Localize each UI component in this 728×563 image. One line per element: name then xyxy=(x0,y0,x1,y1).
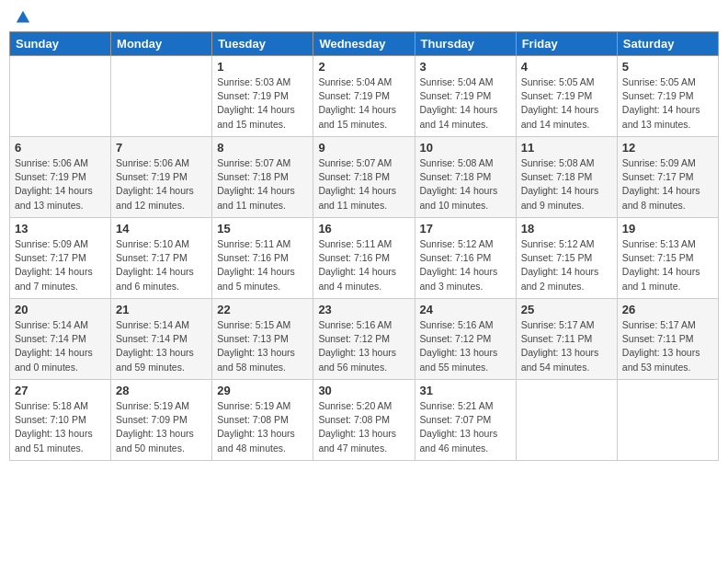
day-number: 19 xyxy=(622,222,713,236)
day-number: 29 xyxy=(217,384,308,397)
calendar-cell: 19Sunrise: 5:13 AM Sunset: 7:15 PM Dayli… xyxy=(617,218,718,299)
day-number: 18 xyxy=(521,222,612,236)
calendar-week-1: 1Sunrise: 5:03 AM Sunset: 7:19 PM Daylig… xyxy=(10,56,719,137)
day-info: Sunrise: 5:17 AM Sunset: 7:11 PM Dayligh… xyxy=(622,318,713,374)
calendar-week-5: 27Sunrise: 5:18 AM Sunset: 7:10 PM Dayli… xyxy=(10,380,719,461)
day-number: 30 xyxy=(318,384,409,397)
calendar-cell: 5Sunrise: 5:05 AM Sunset: 7:19 PM Daylig… xyxy=(617,56,718,137)
day-info: Sunrise: 5:15 AM Sunset: 7:13 PM Dayligh… xyxy=(217,318,308,374)
day-number: 17 xyxy=(420,222,511,236)
calendar-cell: 8Sunrise: 5:07 AM Sunset: 7:18 PM Daylig… xyxy=(212,137,313,218)
day-number: 16 xyxy=(318,222,409,236)
calendar-cell: 2Sunrise: 5:04 AM Sunset: 7:19 PM Daylig… xyxy=(313,56,415,137)
calendar-week-4: 20Sunrise: 5:14 AM Sunset: 7:14 PM Dayli… xyxy=(10,299,719,380)
calendar-cell: 3Sunrise: 5:04 AM Sunset: 7:19 PM Daylig… xyxy=(415,56,516,137)
day-info: Sunrise: 5:17 AM Sunset: 7:11 PM Dayligh… xyxy=(521,318,612,374)
calendar-cell xyxy=(111,56,212,137)
calendar-cell: 21Sunrise: 5:14 AM Sunset: 7:14 PM Dayli… xyxy=(111,299,212,380)
day-info: Sunrise: 5:14 AM Sunset: 7:14 PM Dayligh… xyxy=(116,318,207,374)
logo xyxy=(13,9,31,24)
day-info: Sunrise: 5:13 AM Sunset: 7:15 PM Dayligh… xyxy=(622,237,713,293)
calendar-cell: 31Sunrise: 5:21 AM Sunset: 7:07 PM Dayli… xyxy=(415,380,516,461)
day-number: 3 xyxy=(420,60,511,74)
col-header-tuesday: Tuesday xyxy=(212,32,313,56)
calendar-cell: 22Sunrise: 5:15 AM Sunset: 7:13 PM Dayli… xyxy=(212,299,313,380)
calendar-cell: 15Sunrise: 5:11 AM Sunset: 7:16 PM Dayli… xyxy=(212,218,313,299)
calendar-cell: 11Sunrise: 5:08 AM Sunset: 7:18 PM Dayli… xyxy=(516,137,617,218)
day-number: 14 xyxy=(116,222,207,236)
calendar-cell: 14Sunrise: 5:10 AM Sunset: 7:17 PM Dayli… xyxy=(111,218,212,299)
day-info: Sunrise: 5:05 AM Sunset: 7:19 PM Dayligh… xyxy=(622,75,713,132)
day-number: 5 xyxy=(622,60,713,74)
day-number: 15 xyxy=(217,222,308,236)
calendar-cell: 28Sunrise: 5:19 AM Sunset: 7:09 PM Dayli… xyxy=(111,380,212,461)
calendar-cell: 13Sunrise: 5:09 AM Sunset: 7:17 PM Dayli… xyxy=(10,218,111,299)
day-number: 21 xyxy=(116,303,207,316)
day-number: 10 xyxy=(420,141,511,155)
col-header-thursday: Thursday xyxy=(415,32,516,56)
calendar-cell: 18Sunrise: 5:12 AM Sunset: 7:15 PM Dayli… xyxy=(516,218,617,299)
day-number: 4 xyxy=(521,60,612,74)
calendar-cell: 24Sunrise: 5:16 AM Sunset: 7:12 PM Dayli… xyxy=(415,299,516,380)
day-info: Sunrise: 5:07 AM Sunset: 7:18 PM Dayligh… xyxy=(217,156,308,213)
calendar-cell: 1Sunrise: 5:03 AM Sunset: 7:19 PM Daylig… xyxy=(212,56,313,137)
day-info: Sunrise: 5:11 AM Sunset: 7:16 PM Dayligh… xyxy=(217,237,308,293)
calendar-cell: 20Sunrise: 5:14 AM Sunset: 7:14 PM Dayli… xyxy=(10,299,111,380)
day-info: Sunrise: 5:06 AM Sunset: 7:19 PM Dayligh… xyxy=(116,156,207,213)
day-number: 1 xyxy=(217,60,308,74)
col-header-monday: Monday xyxy=(111,32,212,56)
day-info: Sunrise: 5:19 AM Sunset: 7:09 PM Dayligh… xyxy=(116,399,207,455)
calendar-cell: 4Sunrise: 5:05 AM Sunset: 7:19 PM Daylig… xyxy=(516,56,617,137)
day-info: Sunrise: 5:06 AM Sunset: 7:19 PM Dayligh… xyxy=(15,156,106,213)
day-number: 8 xyxy=(217,141,308,155)
col-header-wednesday: Wednesday xyxy=(313,32,415,56)
day-number: 24 xyxy=(420,303,511,316)
day-number: 7 xyxy=(116,141,207,155)
day-info: Sunrise: 5:10 AM Sunset: 7:17 PM Dayligh… xyxy=(116,237,207,293)
day-info: Sunrise: 5:03 AM Sunset: 7:19 PM Dayligh… xyxy=(217,75,308,132)
day-info: Sunrise: 5:07 AM Sunset: 7:18 PM Dayligh… xyxy=(318,156,409,213)
calendar-cell: 12Sunrise: 5:09 AM Sunset: 7:17 PM Dayli… xyxy=(617,137,718,218)
day-info: Sunrise: 5:12 AM Sunset: 7:16 PM Dayligh… xyxy=(420,237,511,293)
page-header xyxy=(9,9,719,24)
day-number: 28 xyxy=(116,384,207,397)
calendar-cell: 25Sunrise: 5:17 AM Sunset: 7:11 PM Dayli… xyxy=(516,299,617,380)
day-info: Sunrise: 5:14 AM Sunset: 7:14 PM Dayligh… xyxy=(15,318,106,374)
day-info: Sunrise: 5:16 AM Sunset: 7:12 PM Dayligh… xyxy=(420,318,511,374)
logo-icon xyxy=(15,9,31,26)
calendar-week-3: 13Sunrise: 5:09 AM Sunset: 7:17 PM Dayli… xyxy=(10,218,719,299)
day-number: 12 xyxy=(622,141,713,155)
col-header-friday: Friday xyxy=(516,32,617,56)
day-info: Sunrise: 5:18 AM Sunset: 7:10 PM Dayligh… xyxy=(15,399,106,455)
calendar-cell: 16Sunrise: 5:11 AM Sunset: 7:16 PM Dayli… xyxy=(313,218,415,299)
day-number: 31 xyxy=(420,384,511,397)
calendar-week-2: 6Sunrise: 5:06 AM Sunset: 7:19 PM Daylig… xyxy=(10,137,719,218)
day-info: Sunrise: 5:05 AM Sunset: 7:19 PM Dayligh… xyxy=(521,75,612,132)
day-info: Sunrise: 5:19 AM Sunset: 7:08 PM Dayligh… xyxy=(217,399,308,455)
day-number: 9 xyxy=(318,141,409,155)
day-number: 6 xyxy=(15,141,106,155)
svg-marker-0 xyxy=(17,11,29,23)
calendar-cell: 29Sunrise: 5:19 AM Sunset: 7:08 PM Dayli… xyxy=(212,380,313,461)
day-info: Sunrise: 5:21 AM Sunset: 7:07 PM Dayligh… xyxy=(420,399,511,455)
day-number: 25 xyxy=(521,303,612,316)
calendar-cell: 10Sunrise: 5:08 AM Sunset: 7:18 PM Dayli… xyxy=(415,137,516,218)
calendar-cell: 23Sunrise: 5:16 AM Sunset: 7:12 PM Dayli… xyxy=(313,299,415,380)
calendar-cell: 7Sunrise: 5:06 AM Sunset: 7:19 PM Daylig… xyxy=(111,137,212,218)
day-info: Sunrise: 5:16 AM Sunset: 7:12 PM Dayligh… xyxy=(318,318,409,374)
day-info: Sunrise: 5:08 AM Sunset: 7:18 PM Dayligh… xyxy=(420,156,511,213)
day-info: Sunrise: 5:20 AM Sunset: 7:08 PM Dayligh… xyxy=(318,399,409,455)
col-header-sunday: Sunday xyxy=(10,32,111,56)
day-number: 22 xyxy=(217,303,308,316)
day-number: 11 xyxy=(521,141,612,155)
day-info: Sunrise: 5:09 AM Sunset: 7:17 PM Dayligh… xyxy=(622,156,713,213)
day-info: Sunrise: 5:04 AM Sunset: 7:19 PM Dayligh… xyxy=(318,75,409,132)
calendar-cell xyxy=(516,380,617,461)
col-header-saturday: Saturday xyxy=(617,32,718,56)
calendar-cell xyxy=(617,380,718,461)
day-info: Sunrise: 5:12 AM Sunset: 7:15 PM Dayligh… xyxy=(521,237,612,293)
day-number: 26 xyxy=(622,303,713,316)
calendar-header-row: SundayMondayTuesdayWednesdayThursdayFrid… xyxy=(10,32,719,56)
day-number: 2 xyxy=(318,60,409,74)
calendar-cell: 6Sunrise: 5:06 AM Sunset: 7:19 PM Daylig… xyxy=(10,137,111,218)
